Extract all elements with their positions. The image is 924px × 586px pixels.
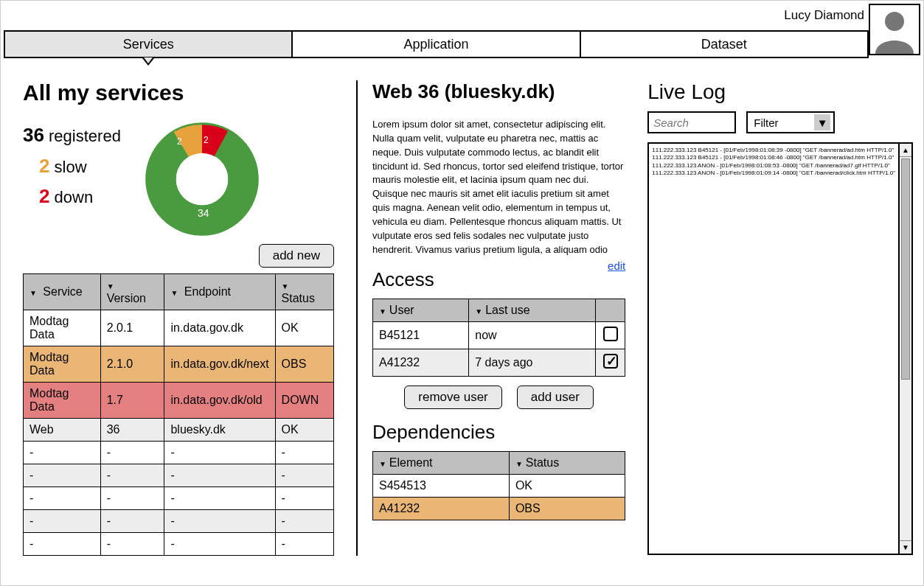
- table-cell: -: [100, 533, 164, 556]
- stat-registered-label: registered: [49, 127, 121, 145]
- access-col-lastuse[interactable]: ▼Last use: [469, 299, 596, 322]
- table-cell: -: [164, 442, 275, 464]
- avatar[interactable]: [869, 4, 920, 55]
- tab-dataset[interactable]: Dataset: [581, 32, 869, 57]
- table-row[interactable]: ----: [24, 442, 334, 464]
- scroll-thumb[interactable]: [901, 158, 910, 380]
- table-row[interactable]: Web36bluesky.dkOK: [24, 419, 334, 442]
- service-detail-title: Web 36 (bluesky.dk): [372, 80, 625, 103]
- access-col-select: [596, 299, 625, 322]
- checkbox[interactable]: [603, 327, 618, 341]
- access-lastuse-cell: now: [469, 322, 596, 349]
- table-row[interactable]: A412327 days ago: [372, 349, 625, 377]
- log-viewer: 111.222.333.123 B45121 - [01/Feb/1998:01…: [647, 142, 913, 555]
- scroll-up-icon[interactable]: ▲: [900, 144, 911, 157]
- table-row[interactable]: Modtag Data1.7in.data.gov.dk/oldDOWN: [24, 383, 334, 419]
- access-col-user[interactable]: ▼User: [372, 299, 468, 322]
- checkbox[interactable]: [603, 354, 618, 369]
- table-cell: 1.7: [100, 383, 164, 419]
- deps-element-cell: A41232: [372, 498, 509, 520]
- dependencies-heading: Dependencies: [372, 421, 625, 444]
- services-table: ▼ Service▼ Version▼ Endpoint▼ Status Mod…: [23, 273, 334, 556]
- tab-application[interactable]: Application: [293, 32, 580, 57]
- username: Lucy Diamond: [784, 8, 864, 23]
- table-cell: OK: [275, 310, 333, 346]
- table-cell: -: [275, 487, 333, 510]
- table-cell: bluesky.dk: [164, 419, 275, 442]
- table-cell: in.data.gov.dk/next: [164, 346, 275, 383]
- deps-status-cell: OK: [509, 475, 625, 498]
- tab-services[interactable]: Services: [5, 32, 293, 57]
- table-cell: DOWN: [275, 383, 333, 419]
- add-user-button[interactable]: add user: [517, 386, 594, 409]
- tab-label: Dataset: [701, 37, 747, 52]
- access-user-cell: A41232: [372, 349, 468, 377]
- log-line: 111.222.333.123 ANON - [01/Feb/1998:01:0…: [652, 162, 895, 170]
- access-heading: Access: [372, 268, 625, 291]
- stat-slow-num: 2: [39, 155, 49, 177]
- table-cell: 36: [100, 419, 164, 442]
- log-line: 111.222.333.123 B45121 - [01/Feb/1998:01…: [652, 154, 895, 161]
- table-cell: -: [100, 487, 164, 510]
- status-donut-chart: 2 2 34: [143, 120, 261, 238]
- donut-slow-label: 2: [177, 136, 182, 147]
- table-cell: Modtag Data: [24, 346, 101, 383]
- stat-down-label: down: [55, 188, 94, 206]
- access-table: ▼User ▼Last use B45121nowA412327 days ag…: [372, 299, 625, 377]
- services-col-header[interactable]: ▼ Status: [275, 274, 333, 310]
- edit-link[interactable]: edit: [608, 259, 625, 272]
- log-scrollbar[interactable]: ▲ ▼: [898, 144, 911, 554]
- donut-down-label: 2: [204, 135, 209, 145]
- table-cell: -: [24, 487, 101, 510]
- add-new-button[interactable]: add new: [259, 244, 334, 268]
- table-row[interactable]: S454513OK: [372, 475, 625, 498]
- chevron-down-icon: ▼: [814, 114, 830, 130]
- log-search-input[interactable]: [647, 111, 736, 133]
- table-row[interactable]: Modtag Data2.0.1in.data.gov.dkOK: [24, 310, 334, 346]
- table-row[interactable]: ----: [24, 510, 334, 533]
- services-col-header[interactable]: ▼ Version: [100, 274, 164, 310]
- page-title: All my services: [23, 80, 334, 105]
- access-lastuse-cell: 7 days ago: [469, 349, 596, 377]
- table-cell: -: [100, 464, 164, 487]
- table-cell: Web: [24, 419, 101, 442]
- table-cell: -: [164, 533, 275, 556]
- table-cell: -: [24, 442, 101, 464]
- donut-healthy-label: 34: [198, 207, 209, 219]
- table-cell: 2.0.1: [100, 310, 164, 346]
- remove-user-button[interactable]: remove user: [404, 386, 501, 409]
- stat-down-num: 2: [39, 185, 49, 207]
- table-cell: in.data.gov.dk: [164, 310, 275, 346]
- stat-registered-num: 36: [23, 124, 44, 146]
- person-icon: [871, 7, 918, 54]
- table-row[interactable]: A41232OBS: [372, 498, 625, 520]
- deps-col-status[interactable]: ▼Status: [509, 452, 625, 475]
- table-cell: -: [164, 510, 275, 533]
- table-row[interactable]: ----: [24, 533, 334, 556]
- deps-col-element[interactable]: ▼Element: [372, 452, 509, 475]
- table-cell: -: [24, 510, 101, 533]
- table-row[interactable]: ----: [24, 464, 334, 487]
- table-row[interactable]: ----: [24, 487, 334, 510]
- services-col-header[interactable]: ▼ Service: [24, 274, 101, 310]
- table-row[interactable]: Modtag Data2.1.0in.data.gov.dk/nextOBS: [24, 346, 334, 383]
- main-tabs: Services Application Dataset: [4, 30, 869, 58]
- log-line: 111.222.333.123 B45121 - [01/Feb/1998:01…: [652, 147, 895, 154]
- tab-label: Application: [403, 37, 468, 52]
- table-cell: in.data.gov.dk/old: [164, 383, 275, 419]
- table-cell: OBS: [275, 346, 333, 383]
- svg-point-2: [176, 153, 228, 205]
- log-line: 111.222.333.123 ANON - [01/Feb/1998:01:0…: [652, 170, 895, 177]
- table-cell: -: [24, 533, 101, 556]
- live-log-heading: Live Log: [647, 80, 913, 104]
- table-cell: -: [275, 510, 333, 533]
- stats-block: 36 registered 2 slow 2 down: [23, 120, 121, 212]
- table-cell: -: [275, 442, 333, 464]
- table-row[interactable]: B45121now: [372, 322, 625, 349]
- log-filter-select[interactable]: Filter ▼: [746, 111, 835, 133]
- scroll-down-icon[interactable]: ▼: [900, 540, 911, 554]
- log-content[interactable]: 111.222.333.123 B45121 - [01/Feb/1998:01…: [649, 144, 898, 554]
- table-cell: Modtag Data: [24, 383, 101, 419]
- services-col-header[interactable]: ▼ Endpoint: [164, 274, 275, 310]
- table-cell: -: [275, 464, 333, 487]
